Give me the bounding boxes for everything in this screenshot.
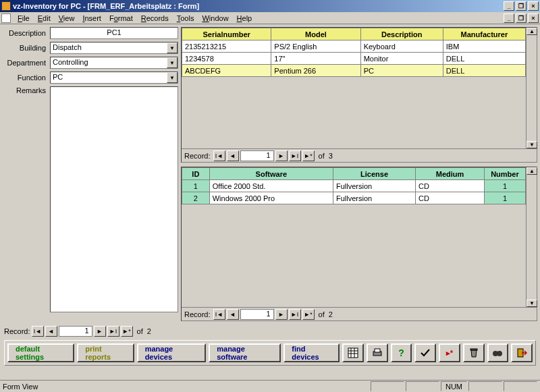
sw-header-license[interactable]: License bbox=[333, 168, 415, 180]
binoculars-button[interactable] bbox=[487, 343, 509, 362]
sw-cell[interactable]: Windows 2000 Pro bbox=[209, 192, 333, 204]
scroll-up-icon[interactable]: ▲ bbox=[526, 167, 537, 175]
nav-prev-button[interactable]: ◄ bbox=[227, 309, 239, 320]
menu-records[interactable]: Records bbox=[137, 14, 173, 22]
sw-cell[interactable]: Fullversion bbox=[333, 192, 415, 204]
menu-format[interactable]: Format bbox=[105, 14, 137, 22]
nav-first-button[interactable]: I◄ bbox=[32, 326, 44, 337]
sw-scrollbar[interactable]: ▲ ▼ bbox=[526, 167, 537, 307]
hw-cell[interactable]: 1234578 bbox=[182, 53, 271, 65]
sw-header-software[interactable]: Software bbox=[209, 168, 333, 180]
datasheet-button[interactable] bbox=[342, 343, 364, 362]
hw-cell[interactable]: 2135213215 bbox=[182, 40, 271, 53]
hw-cell[interactable]: IBM bbox=[443, 40, 525, 53]
mdi-minimize-button[interactable]: _ bbox=[504, 13, 514, 23]
nav-first-button[interactable]: I◄ bbox=[213, 150, 225, 161]
sw-cell[interactable]: CD bbox=[416, 180, 485, 192]
hw-cell[interactable]: Pentium 266 bbox=[271, 65, 360, 77]
menu-edit[interactable]: Edit bbox=[34, 14, 55, 22]
nav-last-button[interactable]: ►I bbox=[289, 150, 301, 161]
find-devices-button[interactable]: find devices bbox=[284, 343, 340, 362]
menu-help[interactable]: Help bbox=[233, 14, 256, 22]
sw-cell[interactable]: 1 bbox=[484, 192, 525, 204]
left-column: Description PC1 Building Dispatch ▼ Depa… bbox=[3, 27, 178, 321]
table-row[interactable]: 1234578 17" Monitor DELL bbox=[182, 53, 526, 65]
table-row[interactable]: 2 Windows 2000 Pro Fullversion CD 1 bbox=[182, 192, 526, 204]
manage-devices-button[interactable]: manage devices bbox=[137, 343, 207, 362]
nav-last-button[interactable]: ►I bbox=[107, 326, 119, 337]
building-dropdown-icon[interactable]: ▼ bbox=[167, 43, 178, 53]
hw-cell[interactable]: Keyboard bbox=[360, 40, 443, 53]
nav-next-button[interactable]: ► bbox=[275, 309, 288, 320]
minimize-button[interactable]: _ bbox=[504, 1, 514, 11]
nav-new-button[interactable]: ►* bbox=[302, 309, 315, 320]
hw-header-description[interactable]: Description bbox=[360, 28, 443, 40]
hw-cell[interactable]: DELL bbox=[443, 53, 525, 65]
hw-cell[interactable]: DELL bbox=[443, 65, 525, 77]
hw-scrollbar[interactable]: ▲ ▼ bbox=[526, 28, 537, 148]
maximize-button[interactable]: ❐ bbox=[516, 1, 526, 11]
table-row[interactable]: ABCDEFG Pentium 266 PC DELL bbox=[182, 65, 526, 77]
print-button[interactable] bbox=[367, 343, 388, 362]
menu-view[interactable]: View bbox=[55, 14, 79, 22]
sw-cell[interactable]: 1 bbox=[182, 180, 210, 192]
help-button[interactable]: ? bbox=[391, 343, 412, 362]
building-combo[interactable]: Dispatch ▼ bbox=[50, 42, 178, 54]
manage-software-button[interactable]: manage software bbox=[209, 343, 281, 362]
menu-file[interactable]: File bbox=[14, 14, 34, 22]
sw-header-id[interactable]: ID bbox=[182, 168, 210, 180]
hw-cell[interactable]: Monitor bbox=[360, 53, 443, 65]
sw-header-medium[interactable]: Medium bbox=[416, 168, 485, 180]
main-record-number[interactable]: 1 bbox=[59, 326, 92, 337]
delete-button[interactable] bbox=[463, 343, 485, 362]
nav-new-button[interactable]: ►* bbox=[302, 150, 315, 161]
hw-cell[interactable]: 17" bbox=[271, 53, 360, 65]
hw-header-serial[interactable]: Serialnumber bbox=[182, 28, 271, 40]
app-icon bbox=[1, 1, 11, 11]
mdi-restore-button[interactable]: ❐ bbox=[516, 13, 526, 23]
hw-record-nav: Record: I◄ ◄ 1 ► ►I ►* of 3 bbox=[182, 148, 537, 162]
new-record-button[interactable]: ▸* bbox=[439, 343, 460, 362]
scroll-up-icon[interactable]: ▲ bbox=[526, 28, 537, 35]
hw-cell[interactable]: PS/2 English bbox=[271, 40, 360, 53]
department-dropdown-icon[interactable]: ▼ bbox=[167, 57, 178, 68]
check-button[interactable] bbox=[414, 343, 436, 362]
nav-prev-button[interactable]: ◄ bbox=[45, 326, 57, 337]
hw-record-number[interactable]: 1 bbox=[240, 150, 274, 161]
sw-record-number[interactable]: 1 bbox=[240, 309, 274, 320]
scroll-down-icon[interactable]: ▼ bbox=[526, 141, 537, 148]
sw-cell[interactable]: Fullversion bbox=[333, 180, 415, 192]
table-row[interactable]: 1 Office 2000 Std. Fullversion CD 1 bbox=[182, 180, 526, 192]
hw-header-model[interactable]: Model bbox=[271, 28, 360, 40]
nav-first-button[interactable]: I◄ bbox=[213, 309, 225, 320]
menu-insert[interactable]: Insert bbox=[78, 14, 105, 22]
function-combo[interactable]: PC ▼ bbox=[50, 72, 178, 84]
menu-window[interactable]: Window bbox=[198, 14, 232, 22]
nav-next-button[interactable]: ► bbox=[94, 326, 106, 337]
nav-new-button[interactable]: ►* bbox=[121, 326, 133, 337]
print-reports-button[interactable]: print reports bbox=[77, 343, 134, 362]
nav-prev-button[interactable]: ◄ bbox=[227, 150, 239, 161]
mdi-icon[interactable] bbox=[1, 13, 11, 23]
table-row[interactable]: 2135213215 PS/2 English Keyboard IBM bbox=[182, 40, 526, 53]
scroll-down-icon[interactable]: ▼ bbox=[526, 300, 537, 307]
sw-cell[interactable]: 2 bbox=[182, 192, 210, 204]
sw-cell[interactable]: Office 2000 Std. bbox=[209, 180, 333, 192]
menu-tools[interactable]: Tools bbox=[173, 14, 198, 22]
close-button[interactable]: × bbox=[528, 1, 539, 11]
sw-cell[interactable]: 1 bbox=[484, 180, 525, 192]
sw-header-number[interactable]: Number bbox=[484, 168, 525, 180]
mdi-close-button[interactable]: × bbox=[528, 13, 539, 23]
exit-button[interactable] bbox=[511, 343, 533, 362]
description-input[interactable]: PC1 bbox=[50, 27, 178, 39]
department-combo[interactable]: Controlling ▼ bbox=[50, 57, 178, 69]
hw-header-manufacturer[interactable]: Manufacturer bbox=[443, 28, 525, 40]
sw-cell[interactable]: CD bbox=[416, 192, 485, 204]
function-dropdown-icon[interactable]: ▼ bbox=[167, 72, 178, 83]
hw-cell[interactable]: PC bbox=[360, 65, 443, 77]
default-settings-button[interactable]: default settings bbox=[7, 343, 74, 362]
hw-cell[interactable]: ABCDEFG bbox=[182, 65, 271, 77]
nav-next-button[interactable]: ► bbox=[275, 150, 288, 161]
nav-last-button[interactable]: ►I bbox=[289, 309, 301, 320]
remarks-textarea[interactable] bbox=[50, 86, 178, 312]
